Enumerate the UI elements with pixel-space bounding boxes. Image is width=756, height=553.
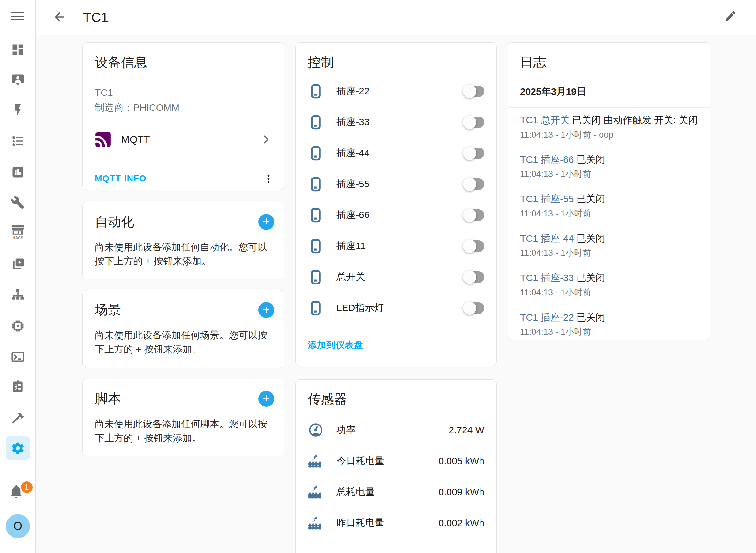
switch-row: 插座-66 — [296, 200, 496, 231]
sensor-label: 功率 — [336, 423, 356, 437]
electric-meter-icon — [308, 515, 324, 531]
sensor-row[interactable]: 功率 2.724 W — [296, 414, 496, 446]
switch-label: 总开关 — [336, 270, 365, 284]
sensor-value: 0.002 kWh — [439, 518, 484, 529]
entity-link[interactable]: TC1 插座-33 — [520, 272, 574, 283]
toggle-switch[interactable] — [464, 210, 484, 221]
logbook-title: 日志 — [520, 54, 698, 71]
sidebar-item-media[interactable] — [0, 257, 36, 271]
sidebar-item-logbook[interactable] — [0, 134, 36, 148]
sidebar-item-esphome[interactable] — [0, 319, 36, 333]
page-title: TC1 — [83, 10, 108, 25]
kebab-icon — [262, 172, 275, 185]
svg-text:2: 2 — [15, 387, 17, 391]
logbook-entry: TC1 插座-55 已关闭 11:04:13 - 1小时前 — [508, 186, 710, 226]
divider — [0, 472, 35, 472]
logbook-entry: TC1 总开关 已关闭 由动作触发 开关: 关闭 11:04:13 - 1小时前… — [508, 107, 710, 147]
add-script-button[interactable]: + — [258, 391, 274, 407]
sidebar-item-tools[interactable] — [0, 196, 36, 210]
app-header: TC1 — [36, 0, 756, 35]
switch-label: 插座-33 — [336, 115, 369, 129]
mqtt-info-button[interactable]: MQTT INFO — [95, 174, 147, 183]
toggle-switch[interactable] — [464, 148, 484, 159]
automation-card: 自动化 + 尚未使用此设备添加任何自动化。您可以按下上方的 + 按钮来添加。 — [82, 202, 284, 280]
sensor-row[interactable]: 总耗电量 0.009 kWh — [296, 476, 496, 507]
add-automation-button[interactable]: + — [258, 214, 274, 230]
log-time: 11:04:13 - 1小时前 — [520, 287, 698, 298]
electric-meter-icon — [308, 453, 324, 469]
log-time: 11:04:13 - 1小时前 — [520, 326, 698, 337]
sidebar: HACS — [0, 0, 36, 553]
logbook-entry: TC1 插座-22 已关闭 11:04:13 - 1小时前 — [508, 305, 710, 340]
controls-title: 控制 — [308, 54, 484, 71]
notifications-button[interactable]: 1 — [9, 484, 28, 502]
integration-row-mqtt[interactable]: MQTT — [95, 126, 272, 153]
toggle-switch[interactable] — [464, 116, 484, 128]
smart-plug-icon — [308, 238, 324, 254]
sensor-label: 今日耗电量 — [336, 454, 385, 467]
sensor-row[interactable]: 今日耗电量 0.005 kWh — [296, 446, 496, 476]
entity-link[interactable]: TC1 插座-44 — [520, 233, 574, 244]
back-button[interactable] — [52, 10, 68, 25]
device-name: TC1 — [95, 85, 272, 100]
smart-plug-icon — [308, 176, 324, 192]
sidebar-item-energy[interactable] — [0, 103, 36, 117]
user-avatar[interactable]: O — [6, 514, 30, 538]
automation-empty-text: 尚未使用此设备添加任何自动化。您可以按下上方的 + 按钮来添加。 — [83, 231, 284, 268]
entity-link[interactable]: TC1 插座-22 — [520, 312, 574, 322]
edit-device-button[interactable] — [724, 10, 739, 25]
switch-row: 插座-33 — [296, 107, 496, 138]
electric-meter-icon — [308, 484, 324, 500]
log-message: 已关闭 — [577, 272, 605, 283]
entity-link[interactable]: TC1 总开关 — [520, 114, 570, 125]
toggle-switch[interactable] — [464, 302, 484, 314]
sidebar-item-hacs[interactable]: HACS — [0, 224, 36, 241]
toggle-switch[interactable] — [464, 178, 484, 190]
sensor-label: 昨日耗电量 — [336, 516, 385, 529]
logbook-entry: TC1 插座-66 已关闭 11:04:13 - 1小时前 — [508, 147, 710, 186]
controls-card: 控制 插座-22 插座-33 插座-44 插座-55 — [295, 43, 497, 366]
add-to-dashboard-button[interactable]: 添加到仪表盘 — [308, 340, 363, 350]
sensors-card: 传感器 功率 2.724 W 今日耗电量 0.005 kWh 总耗电量 0.00… — [295, 379, 497, 553]
entity-link[interactable]: TC1 插座-66 — [520, 154, 574, 165]
log-message: 已关闭 — [577, 312, 605, 322]
switch-label: LED指示灯 — [336, 301, 384, 315]
sensor-value: 0.005 kWh — [439, 456, 484, 467]
sensor-row[interactable]: 昨日耗电量 0.002 kWh — [296, 507, 496, 538]
sidebar-item-developer-tools[interactable] — [0, 411, 36, 425]
logbook-entry: TC1 插座-44 已关闭 11:04:13 - 1小时前 — [508, 226, 710, 265]
sidebar-item-dashboard[interactable] — [0, 43, 36, 57]
switch-row: 插座-55 — [296, 169, 496, 200]
sidebar-item-integrations[interactable] — [0, 288, 36, 302]
menu-icon[interactable] — [11, 12, 24, 23]
switch-label: 插座-22 — [336, 85, 369, 98]
scene-empty-text: 尚未使用此设备添加任何场景。您可以按下上方的 + 按钮来添加。 — [83, 319, 284, 356]
entity-link[interactable]: TC1 插座-55 — [520, 193, 574, 204]
script-card: 脚本 + 尚未使用此设备添加任何脚本。您可以按下上方的 + 按钮来添加。 — [82, 379, 284, 456]
sidebar-item-terminal[interactable] — [0, 350, 36, 364]
toggle-switch[interactable] — [464, 86, 484, 97]
log-time: 11:04:13 - 1小时前 — [520, 168, 698, 180]
switch-row: 插座-22 — [296, 76, 496, 107]
terminal-icon — [11, 350, 25, 364]
integration-name: MQTT — [121, 134, 150, 146]
switch-label: 插座11 — [336, 239, 365, 252]
toggle-switch[interactable] — [464, 240, 484, 252]
sidebar-item-history[interactable] — [0, 165, 36, 179]
sitemap-icon — [11, 288, 25, 302]
overflow-menu-button[interactable] — [261, 172, 275, 186]
sidebar-item-todo[interactable]: 1 2 — [0, 379, 36, 393]
toggle-switch[interactable] — [464, 271, 484, 283]
log-message: 已关闭 由动作触发 开关: 关闭 — [572, 114, 697, 125]
gauge-icon — [308, 422, 324, 438]
logbook-date: 2025年3月19日 — [508, 85, 710, 98]
script-title: 脚本 — [95, 390, 121, 407]
sidebar-item-settings[interactable] — [0, 441, 36, 455]
play-box-icon — [11, 257, 25, 271]
main-content: 设备信息 TC1 制造商：PHICOMM MQTT MQTT INFO — [36, 35, 756, 553]
sidebar-item-persons[interactable] — [0, 73, 36, 87]
switch-row: 总开关 — [296, 261, 496, 293]
switch-label: 插座-55 — [336, 177, 369, 190]
add-scene-button[interactable]: + — [258, 302, 274, 318]
sensor-value: 0.009 kWh — [439, 487, 484, 497]
